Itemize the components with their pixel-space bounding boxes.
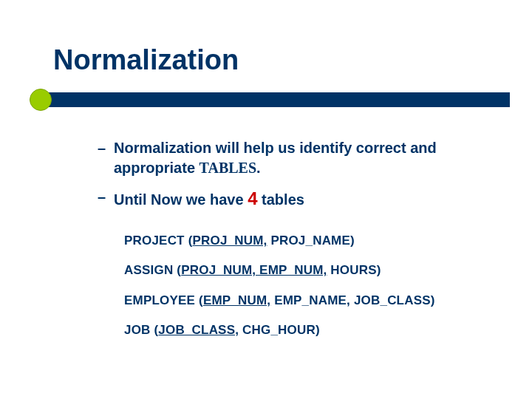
- schema-list: PROJECT (PROJ_NUM, PROJ_NAME) ASSIGN (PR…: [124, 233, 488, 338]
- bullet-text: .: [256, 160, 261, 176]
- schema-line: PROJECT (PROJ_NUM, PROJ_NAME): [124, 233, 488, 249]
- table-count: 4: [248, 188, 257, 208]
- bullet-item: Until Now we have 4 tables: [98, 187, 473, 211]
- slide: Normalization Normalization will help us…: [0, 0, 532, 399]
- schema-name: ASSIGN: [124, 263, 173, 277]
- slide-title: Normalization: [53, 44, 488, 76]
- tables-keyword: TABLES: [200, 160, 256, 176]
- paren-open: (: [195, 293, 203, 307]
- schema-attrs: HOURS): [327, 263, 381, 277]
- title-divider: [44, 86, 488, 117]
- schema-name: EMPLOYEE: [124, 293, 195, 307]
- bullet-list: Normalization will help us identify corr…: [98, 138, 473, 211]
- bullet-item: Normalization will help us identify corr…: [98, 138, 473, 178]
- schema-key: EMP_NUM,: [203, 293, 270, 307]
- schema-line: ASSIGN (PROJ_NUM, EMP_NUM, HOURS): [124, 262, 488, 279]
- schema-attrs: EMP_NAME, JOB_CLASS): [270, 293, 434, 307]
- schema-attrs: PROJ_NAME): [267, 233, 355, 248]
- schema-attrs: CHG_HOUR): [239, 323, 320, 337]
- bullet-text: Normalization will help us identify corr…: [114, 140, 437, 176]
- paren-open: (: [173, 263, 181, 277]
- schema-key: PROJ_NUM, EMP_NUM,: [181, 263, 327, 277]
- divider-bar: [44, 92, 510, 107]
- divider-dot: [30, 89, 52, 111]
- schema-line: EMPLOYEE (EMP_NUM, EMP_NAME, JOB_CLASS): [124, 293, 488, 309]
- schema-name: JOB: [124, 323, 151, 337]
- schema-key: PROJ_NUM,: [193, 233, 267, 248]
- bullet-text: tables: [258, 191, 304, 208]
- paren-open: (: [185, 233, 193, 248]
- schema-key: JOB_CLASS,: [158, 323, 239, 337]
- bullet-text: Until Now we have: [114, 191, 248, 208]
- schema-line: JOB (JOB_CLASS, CHG_HOUR): [124, 322, 488, 338]
- paren-open: (: [151, 323, 159, 337]
- schema-name: PROJECT: [124, 233, 185, 248]
